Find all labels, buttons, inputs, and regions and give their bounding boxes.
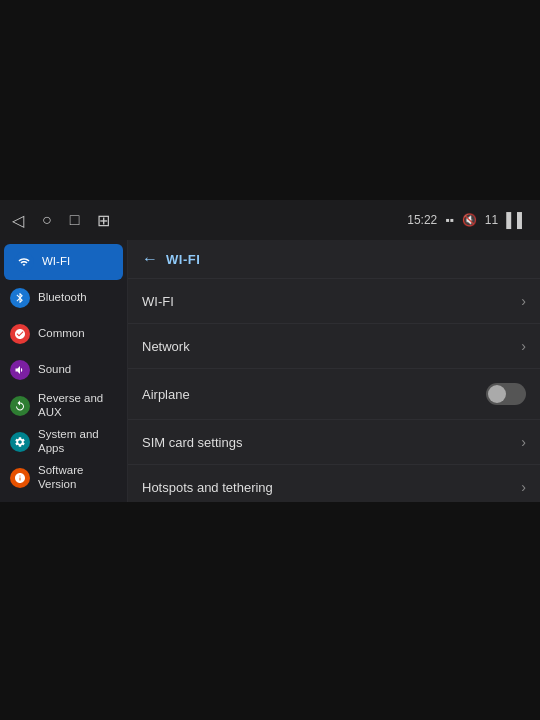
nav-left-icons: ◁ ○ □ ⊞	[12, 211, 110, 230]
airplane-toggle[interactable]	[486, 383, 526, 405]
home-button[interactable]: ○	[42, 211, 52, 229]
sidebar-sound-label: Sound	[38, 363, 71, 377]
back-button[interactable]: ◁	[12, 211, 24, 230]
network-chevron-icon: ›	[521, 338, 526, 354]
signal-icon: ▪▪	[445, 213, 454, 227]
bluetooth-icon	[10, 288, 30, 308]
wifi-icon	[14, 252, 34, 272]
mute-icon: 🔇	[462, 213, 477, 227]
hotspots-item-label: Hotspots and tethering	[142, 480, 273, 495]
time-display: 15:22	[407, 213, 437, 227]
airplane-item-label: Airplane	[142, 387, 190, 402]
network-list-item[interactable]: Network ›	[128, 324, 540, 369]
sidebar: WI-FI Bluetooth Common	[0, 240, 128, 502]
sidebar-item-sound[interactable]: Sound	[0, 352, 127, 388]
wifi-item-label: WI-FI	[142, 294, 174, 309]
sound-icon	[10, 360, 30, 380]
top-black-area	[0, 0, 540, 200]
hotspots-chevron-icon: ›	[521, 479, 526, 495]
sidebar-system-apps-label: System and Apps	[38, 428, 117, 456]
sidebar-common-label: Common	[38, 327, 85, 341]
content-list: WI-FI › Network › Airplane SIM card sett…	[128, 279, 540, 502]
airplane-list-item[interactable]: Airplane	[128, 369, 540, 420]
sidebar-item-bluetooth[interactable]: Bluetooth	[0, 280, 127, 316]
bottom-black-area	[0, 502, 540, 720]
wifi-list-item[interactable]: WI-FI ›	[128, 279, 540, 324]
cast-icon[interactable]: ⊞	[97, 211, 110, 230]
sidebar-item-system-apps[interactable]: System and Apps	[0, 424, 127, 460]
network-item-label: Network	[142, 339, 190, 354]
hotspots-list-item[interactable]: Hotspots and tethering ›	[128, 465, 540, 502]
content-header: ← WI-FI	[128, 240, 540, 279]
sidebar-item-reverse-aux[interactable]: Reverse and AUX	[0, 388, 127, 424]
main-content: WI-FI Bluetooth Common	[0, 240, 540, 502]
recents-button[interactable]: □	[70, 211, 80, 229]
sim-chevron-icon: ›	[521, 434, 526, 450]
common-icon	[10, 324, 30, 344]
sidebar-software-label: Software Version	[38, 464, 117, 492]
sidebar-wifi-label: WI-FI	[42, 255, 70, 269]
volume-level: 11	[485, 213, 498, 227]
system-apps-icon	[10, 432, 30, 452]
sidebar-bluetooth-label: Bluetooth	[38, 291, 87, 305]
status-bar: 15:22 ▪▪ 🔇 11 ▌▌	[407, 212, 528, 228]
content-back-button[interactable]: ←	[142, 250, 158, 268]
software-icon	[10, 468, 30, 488]
sim-item-label: SIM card settings	[142, 435, 242, 450]
reverse-aux-icon	[10, 396, 30, 416]
sidebar-item-software[interactable]: Software Version	[0, 460, 127, 496]
sidebar-item-wifi[interactable]: WI-FI	[4, 244, 123, 280]
airplane-toggle-knob	[488, 385, 506, 403]
battery-icon: ▌▌	[506, 212, 528, 228]
content-panel: ← WI-FI WI-FI › Network › Airplane	[128, 240, 540, 502]
sidebar-reverse-aux-label: Reverse and AUX	[38, 392, 117, 420]
sidebar-item-common[interactable]: Common	[0, 316, 127, 352]
navigation-bar: ◁ ○ □ ⊞ 15:22 ▪▪ 🔇 11 ▌▌	[0, 200, 540, 240]
wifi-chevron-icon: ›	[521, 293, 526, 309]
content-panel-title: WI-FI	[166, 252, 200, 267]
sim-list-item[interactable]: SIM card settings ›	[128, 420, 540, 465]
